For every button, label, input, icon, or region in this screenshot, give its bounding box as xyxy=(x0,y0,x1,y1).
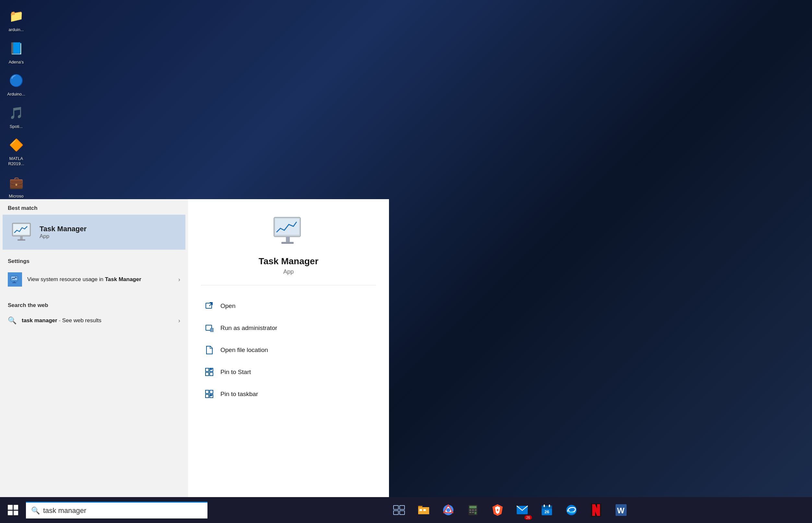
taskbar-search-icon: 🔍 xyxy=(31,506,40,515)
svg-rect-30 xyxy=(394,506,398,509)
svg-rect-20 xyxy=(206,373,209,376)
svg-rect-10 xyxy=(286,237,290,242)
web-search-section: Search the web 🔍 task manager - See web … xyxy=(0,294,188,332)
taskbar-edge[interactable] xyxy=(560,499,583,521)
taskbar-word[interactable]: W xyxy=(610,499,632,521)
svg-rect-43 xyxy=(474,509,477,511)
windows-logo-icon xyxy=(8,505,18,515)
svg-rect-35 xyxy=(424,509,426,511)
action-pin-taskbar[interactable]: Pin to taskbar xyxy=(201,383,376,405)
taskbar-mail[interactable]: 26 xyxy=(511,499,533,521)
svg-rect-41 xyxy=(469,509,471,511)
taskbar-chrome[interactable] xyxy=(437,499,459,521)
settings-monitor-icon xyxy=(8,272,22,287)
task-manager-icon xyxy=(11,220,34,244)
action-run-admin[interactable]: Run as administrator xyxy=(201,317,376,339)
svg-rect-31 xyxy=(400,506,404,509)
best-match-task-manager[interactable]: Task Manager App xyxy=(3,215,186,250)
start-button[interactable] xyxy=(0,497,26,523)
taskbar-netflix[interactable] xyxy=(585,499,607,521)
settings-item-arrow: › xyxy=(178,276,180,283)
file-location-label: Open file location xyxy=(221,346,268,354)
app-detail-title: Task Manager xyxy=(259,256,318,267)
taskbar-search-box[interactable]: 🔍 xyxy=(26,502,207,519)
svg-rect-50 xyxy=(543,505,545,507)
settings-item-resource-usage[interactable]: View system resource usage in Task Manag… xyxy=(0,268,188,291)
best-match-text-container: Task Manager App xyxy=(39,225,87,240)
svg-rect-25 xyxy=(210,390,213,394)
svg-rect-44 xyxy=(469,512,471,513)
settings-section: Settings View system resource usage in T… xyxy=(0,250,188,294)
run-admin-label: Run as administrator xyxy=(221,324,277,331)
run-admin-icon xyxy=(204,323,214,333)
svg-rect-42 xyxy=(472,509,474,511)
taskbar-search-input[interactable] xyxy=(43,506,202,515)
svg-rect-49 xyxy=(542,506,552,509)
mail-badge: 26 xyxy=(524,515,532,520)
svg-rect-11 xyxy=(281,242,294,244)
svg-text:26: 26 xyxy=(544,509,549,514)
svg-rect-34 xyxy=(419,509,422,511)
desktop-icon-spotify[interactable]: 🎵 Spoti... xyxy=(3,103,29,129)
desktop-icon-arduino2[interactable]: 🔵 Arduino... xyxy=(3,71,29,97)
svg-rect-33 xyxy=(400,511,404,515)
app-detail-header: Task Manager App xyxy=(201,212,376,285)
action-pin-start[interactable]: Pin to Start xyxy=(201,361,376,383)
desktop-icon-adenas[interactable]: 📘 Adena's xyxy=(3,39,29,65)
svg-rect-46 xyxy=(474,512,477,514)
pin-taskbar-label: Pin to taskbar xyxy=(221,391,258,398)
svg-rect-2 xyxy=(20,236,23,239)
action-open-file-location[interactable]: Open file location xyxy=(201,339,376,361)
search-left-panel: Best match Task Manager App xyxy=(0,199,188,497)
pin-taskbar-icon xyxy=(204,389,214,399)
best-match-label: Best match xyxy=(0,199,188,215)
web-search-item[interactable]: 🔍 task manager - See web results › xyxy=(0,312,188,329)
web-section-label: Search the web xyxy=(0,296,188,312)
svg-rect-21 xyxy=(210,373,213,376)
search-results-menu: Best match Task Manager App xyxy=(0,199,389,497)
action-open[interactable]: Open xyxy=(201,295,376,317)
svg-rect-45 xyxy=(472,512,474,513)
desktop-icon-arduino[interactable]: 📁 arduin... xyxy=(3,6,29,32)
taskbar-brave[interactable] xyxy=(486,499,508,521)
svg-rect-51 xyxy=(549,505,550,507)
taskbar-calendar[interactable]: 26 xyxy=(536,499,558,521)
taskbar-task-view[interactable] xyxy=(388,499,410,521)
svg-rect-3 xyxy=(17,239,25,240)
app-detail-subtitle: App xyxy=(283,269,294,275)
settings-section-label: Settings xyxy=(0,252,188,268)
taskbar-file-explorer[interactable] xyxy=(413,499,435,521)
svg-rect-32 xyxy=(394,511,398,515)
svg-point-38 xyxy=(446,508,450,512)
best-match-subtitle: App xyxy=(39,233,87,240)
web-item-arrow: › xyxy=(178,317,180,324)
best-match-title: Task Manager xyxy=(39,225,87,233)
web-item-text: task manager - See web results xyxy=(22,317,173,324)
app-detail-icon xyxy=(269,212,308,251)
svg-rect-6 xyxy=(14,281,15,283)
svg-text:W: W xyxy=(617,506,624,515)
settings-item-text: View system resource usage in Task Manag… xyxy=(27,275,173,283)
open-icon xyxy=(204,301,214,311)
svg-rect-26 xyxy=(206,394,209,398)
open-label: Open xyxy=(221,303,235,310)
search-right-panel: Task Manager App Open xyxy=(188,199,389,497)
svg-rect-18 xyxy=(206,368,209,372)
pin-start-label: Pin to Start xyxy=(221,368,251,376)
taskbar-calculator[interactable] xyxy=(462,499,484,521)
taskbar: 🔍 xyxy=(0,497,812,523)
pin-start-icon xyxy=(204,367,214,377)
file-location-icon xyxy=(204,345,214,355)
desktop-icon-matlab[interactable]: 🔶 MATLAR2019... xyxy=(3,136,29,166)
svg-rect-24 xyxy=(206,390,209,394)
svg-rect-1 xyxy=(13,224,30,235)
taskbar-app-icons: 26 26 xyxy=(207,499,812,521)
svg-rect-7 xyxy=(12,283,16,283)
svg-rect-40 xyxy=(469,506,477,508)
web-search-icon: 🔍 xyxy=(8,317,17,325)
